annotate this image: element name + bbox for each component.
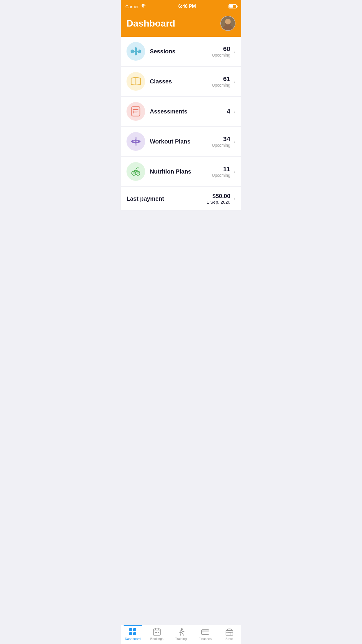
svg-rect-25 [138,140,140,143]
nutrition-plans-sublabel: Upcoming [212,173,230,178]
svg-point-28 [133,172,135,174]
workout-plans-label: Workout Plans [145,138,212,145]
last-payment-value-wrap: $50.00 1 Sep, 2020 [207,193,230,204]
classes-icon-wrap [126,72,145,91]
svg-point-16 [133,109,134,110]
wifi-icon [140,4,146,9]
workout-plans-sublabel: Upcoming [212,143,230,148]
sessions-card[interactable]: Sessions 60 Upcoming › [121,37,241,66]
workout-plans-count: 34 [212,135,230,143]
svg-point-17 [133,111,134,112]
sessions-sublabel: Upcoming [212,53,230,57]
last-payment-amount: $50.00 [207,193,230,200]
nutrition-plans-card[interactable]: Nutrition Plans 11 Upcoming › [121,157,241,186]
classes-count: 61 [212,75,230,83]
page-header: Dashboard [121,13,241,37]
sessions-value-wrap: 60 Upcoming [212,45,230,57]
sessions-icon-wrap [126,42,145,61]
status-bar: Carrier 6:46 PM [121,0,241,13]
workout-plans-icon-wrap [126,132,145,151]
last-payment-chevron: › [234,196,236,202]
workout-plans-card[interactable]: Workout Plans 34 Upcoming › [121,127,241,156]
last-payment-card[interactable]: Last payment $50.00 1 Sep, 2020 › [121,187,241,210]
svg-rect-9 [135,47,137,55]
last-payment-label: Last payment [126,195,207,202]
main-content: Sessions 60 Upcoming › Classes 61 Upcomi… [121,37,241,243]
last-payment-date: 1 Sep, 2020 [207,200,230,204]
classes-chevron: › [234,78,236,85]
nutrition-plans-label: Nutrition Plans [145,168,212,175]
nutrition-plans-chevron: › [234,169,236,175]
assessments-card[interactable]: Assessments 4 › [121,97,241,126]
page-title: Dashboard [126,18,175,29]
classes-card[interactable]: Classes 61 Upcoming › [121,67,241,96]
assessments-value-wrap: 4 [227,108,230,115]
classes-value-wrap: 61 Upcoming [212,75,230,88]
nutrition-plans-icon-wrap [126,162,145,181]
nutrition-plans-count: 11 [212,165,230,173]
status-time: 6:46 PM [178,4,196,9]
svg-point-29 [137,172,139,174]
assessments-count: 4 [227,108,230,115]
assessments-chevron: › [234,108,236,115]
classes-sublabel: Upcoming [212,83,230,88]
sessions-label: Sessions [145,48,212,55]
assessments-icon-wrap [126,102,145,121]
workout-plans-value-wrap: 34 Upcoming [212,135,230,148]
svg-point-5 [225,19,231,24]
classes-label: Classes [145,78,212,85]
nutrition-plans-value-wrap: 11 Upcoming [212,165,230,178]
workout-plans-chevron: › [234,139,236,145]
carrier-label: Carrier [125,4,146,9]
svg-rect-24 [132,140,133,143]
assessments-label: Assessments [145,108,227,115]
svg-point-18 [133,112,134,113]
avatar[interactable] [220,16,236,31]
battery-indicator [229,4,237,8]
sessions-chevron: › [234,48,236,55]
svg-point-0 [143,7,143,8]
sessions-count: 60 [212,45,230,53]
